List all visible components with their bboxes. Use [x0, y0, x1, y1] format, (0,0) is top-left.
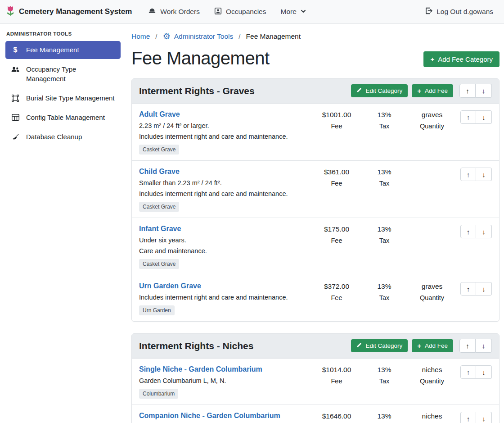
fee-quantity-col: niches Quantity — [408, 412, 456, 423]
nav-more-label: More — [281, 8, 297, 16]
fee-name-link[interactable]: Infant Grave — [139, 225, 181, 232]
sidebar-item-label: Burial Site Type Management — [26, 94, 115, 103]
category-actions: Edit Category + Add Fee ↑ ↓ — [351, 84, 492, 98]
category-title: Interment Rights - Niches — [139, 341, 253, 351]
fee-info: Child Grave Smaller than 2.23 m² / 24 ft… — [139, 168, 313, 212]
edit-category-button[interactable]: Edit Category — [351, 84, 408, 97]
fee-name-link[interactable]: Companion Niche - Garden Columbarium — [139, 412, 280, 419]
logout-button[interactable]: Log Out d.gowans — [422, 6, 496, 17]
fee-move-up-button[interactable]: ↑ — [460, 110, 476, 124]
fee-quantity-col: niches Quantity — [408, 365, 456, 385]
add-fee-button[interactable]: + Add Fee — [412, 84, 453, 97]
fee-amount-label: Fee — [313, 123, 360, 130]
fee-tax-col: 13% Tax — [360, 282, 408, 301]
sidebar-heading: ADMINISTRATOR TOOLS — [5, 28, 121, 41]
fee-tax-label: Tax — [360, 123, 408, 130]
fee-amount: $1014.00 — [313, 366, 360, 374]
arrow-down-icon: ↓ — [482, 285, 486, 293]
breadcrumb-separator: / — [238, 32, 240, 41]
arrow-up-icon: ↑ — [467, 228, 470, 236]
category-move-up-button[interactable]: ↑ — [459, 339, 476, 353]
tulip-logo-icon — [5, 5, 15, 19]
fee-move-up-button[interactable]: ↑ — [460, 168, 476, 181]
fee-name-link[interactable]: Single Niche - Garden Columbarium — [139, 365, 262, 373]
fee-move-up-button[interactable]: ↑ — [460, 282, 476, 296]
fee-move-up-button[interactable]: ↑ — [460, 225, 476, 238]
breadcrumb: Home / ⚙ Administrator Tools / Fee Manag… — [131, 29, 500, 48]
fee-move-up-button[interactable]: ↑ — [460, 412, 476, 423]
arrow-up-icon: ↑ — [467, 114, 470, 121]
fee-description: 2.23 m² / 24 ft² or larger. — [139, 122, 308, 129]
fee-move-down-button[interactable]: ↓ — [476, 110, 492, 124]
fee-row: Adult Grave 2.23 m² / 24 ft² or larger. … — [132, 103, 499, 160]
category-card-niches: Interment Rights - Niches Edit Category … — [131, 333, 500, 423]
sidebar-item-database-cleanup[interactable]: Database Cleanup — [5, 128, 121, 146]
sidebar-item-occupancy-type[interactable]: Occupancy Type Management — [5, 60, 121, 88]
arrow-down-icon: ↓ — [482, 415, 486, 423]
chevron-down-icon — [301, 8, 306, 16]
category-header: Interment Rights - Graves Edit Category … — [132, 79, 499, 103]
fee-name-link[interactable]: Child Grave — [139, 168, 180, 175]
fee-name-link[interactable]: Urn Garden Grave — [139, 282, 201, 290]
app-brand[interactable]: Cemetery Management System — [5, 5, 132, 19]
category-reorder-group: ↑ ↓ — [459, 84, 492, 98]
nav-more[interactable]: More — [274, 4, 313, 19]
fee-move-down-button[interactable]: ↓ — [476, 225, 492, 238]
fee-info: Single Niche - Garden Columbarium Garden… — [139, 365, 313, 399]
fee-reorder-group: ↑ ↓ — [456, 282, 492, 296]
gear-icon: ⚙ — [163, 32, 171, 41]
fee-row: Urn Garden Grave Includes interment righ… — [132, 275, 499, 321]
sidebar-item-config-table[interactable]: Config Table Management — [5, 109, 121, 127]
fee-quantity-label: Quantity — [408, 294, 456, 301]
category-move-down-button[interactable]: ↓ — [476, 84, 492, 98]
fee-row: Child Grave Smaller than 2.23 m² / 24 ft… — [132, 160, 499, 218]
sidebar-item-label: Occupancy Type Management — [26, 65, 115, 83]
fee-reorder-group: ↑ ↓ — [456, 110, 492, 124]
breadcrumb-admin-tools-link[interactable]: ⚙ Administrator Tools — [163, 32, 234, 41]
category-header: Interment Rights - Niches Edit Category … — [132, 334, 499, 358]
fee-amount: $372.00 — [313, 282, 360, 291]
nav-work-orders-label: Work Orders — [160, 8, 200, 16]
nav-occupancies[interactable]: Occupancies — [207, 4, 274, 20]
add-fee-label: Add Fee — [425, 342, 448, 349]
fee-move-down-button[interactable]: ↓ — [476, 168, 492, 181]
fee-move-down-button[interactable]: ↓ — [476, 412, 492, 423]
edit-category-label: Edit Category — [365, 342, 402, 349]
edit-category-label: Edit Category — [365, 87, 402, 94]
fee-tax: 13% — [360, 168, 408, 176]
edit-category-button[interactable]: Edit Category — [351, 339, 408, 352]
logout-label: Log Out d.gowans — [436, 8, 493, 16]
add-fee-category-label: Add Fee Category — [438, 55, 493, 63]
category-move-down-button[interactable]: ↓ — [476, 339, 492, 353]
fee-quantity-col — [408, 168, 456, 168]
vector-square-icon — [11, 95, 20, 102]
sidebar-item-burial-site-type[interactable]: Burial Site Type Management — [5, 89, 121, 107]
fee-type-badge: Urn Garden — [139, 305, 175, 315]
fee-move-down-button[interactable]: ↓ — [476, 282, 492, 296]
sidebar-item-fee-management[interactable]: $ Fee Management — [5, 41, 121, 59]
fee-description: Garden Columbarium L, M, N. — [139, 377, 308, 384]
fee-move-down-button[interactable]: ↓ — [476, 365, 492, 379]
fee-amount-col: $1001.00 Fee — [313, 110, 360, 130]
arrow-up-icon: ↑ — [467, 415, 470, 423]
add-fee-category-button[interactable]: + Add Fee Category — [423, 51, 500, 67]
nav-work-orders[interactable]: Work Orders — [141, 3, 207, 20]
fee-amount-label: Fee — [313, 180, 360, 187]
fee-quantity-col — [408, 225, 456, 225]
breadcrumb-home-link[interactable]: Home — [131, 32, 150, 41]
category-move-up-button[interactable]: ↑ — [459, 84, 476, 98]
fee-name-link[interactable]: Adult Grave — [139, 110, 180, 118]
fee-type-badge: Casket Grave — [139, 202, 179, 212]
breadcrumb-current: Fee Management — [246, 32, 301, 41]
fee-move-up-button[interactable]: ↑ — [460, 365, 476, 379]
fee-quantity-unit: graves — [408, 282, 456, 291]
page-title: Fee Management — [131, 48, 270, 68]
fee-quantity-col: graves Quantity — [408, 110, 456, 130]
breadcrumb-separator: / — [155, 32, 157, 41]
admin-sidebar: ADMINISTRATOR TOOLS $ Fee Management Occ… — [0, 24, 126, 152]
fee-amount: $361.00 — [313, 168, 360, 176]
add-fee-button[interactable]: + Add Fee — [412, 339, 453, 352]
fee-tax-label: Tax — [360, 378, 408, 385]
pencil-icon — [356, 87, 362, 94]
fee-amount-label: Fee — [313, 378, 360, 385]
